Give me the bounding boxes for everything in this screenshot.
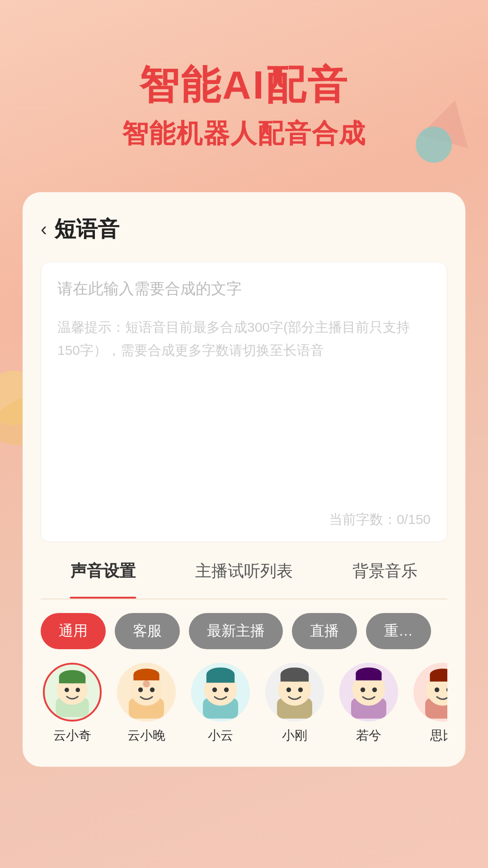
- svg-rect-16: [206, 675, 235, 683]
- svg-point-24: [298, 687, 303, 692]
- svg-point-29: [361, 687, 365, 692]
- tabs-row: 声音设置 主播试听列表 背景音乐: [41, 560, 447, 599]
- svg-rect-9: [133, 675, 159, 680]
- category-more[interactable]: 重…: [366, 613, 431, 649]
- svg-rect-3: [59, 677, 86, 684]
- svg-point-23: [286, 687, 291, 692]
- svg-point-4: [65, 688, 69, 692]
- svg-point-12: [150, 687, 155, 692]
- voice-name-xiaoyun: 小云: [208, 727, 233, 744]
- voice-yunxiaoqi[interactable]: 云小奇: [41, 663, 104, 744]
- tab-bg-music[interactable]: 背景音乐: [343, 560, 427, 590]
- voice-name-yunxiaowan: 云小晚: [127, 727, 165, 744]
- voice-name-xiaogang: 小刚: [282, 727, 307, 744]
- voice-avatar-xiaoyun: [191, 663, 250, 722]
- category-new-anchor[interactable]: 最新主播: [189, 613, 283, 649]
- voice-row: 云小奇 云小晚: [41, 663, 447, 749]
- voice-sibi[interactable]: 思比: [411, 663, 447, 744]
- main-title: 智能AI配音: [36, 63, 452, 107]
- sub-title: 智能机器人配音合成: [36, 116, 452, 151]
- background: 智能AI配音 智能机器人配音合成 ‹ 短语音 请在此输入需要合成的文字 温馨提示…: [0, 0, 488, 868]
- card-header: ‹ 短语音: [41, 215, 447, 244]
- deco-circle-teal: [416, 127, 452, 163]
- category-general[interactable]: 通用: [41, 613, 106, 649]
- tab-sound-settings[interactable]: 声音设置: [61, 560, 145, 590]
- svg-point-35: [435, 687, 439, 692]
- svg-rect-22: [281, 675, 309, 682]
- svg-point-5: [75, 688, 80, 692]
- category-customer-service[interactable]: 客服: [115, 613, 180, 649]
- tab-anchor-list[interactable]: 主播试听列表: [186, 560, 302, 590]
- card-title: 短语音: [54, 215, 119, 244]
- voice-name-sibi: 思比: [430, 727, 447, 744]
- svg-point-18: [224, 687, 229, 692]
- voice-xiaoyun[interactable]: 小云: [189, 663, 252, 744]
- back-button[interactable]: ‹: [41, 218, 47, 240]
- voice-name-ruoxi: 若兮: [356, 727, 381, 744]
- voice-ruoxi[interactable]: 若兮: [337, 663, 400, 744]
- svg-point-10: [143, 680, 150, 688]
- svg-point-30: [372, 687, 377, 692]
- hint-text: 温馨提示：短语音目前最多合成300字(部分主播目前只支持150字），需要合成更多…: [57, 320, 410, 358]
- voice-name-yunxiaoqi: 云小奇: [53, 727, 91, 744]
- voice-avatar-yunxiaowan: [117, 663, 176, 722]
- input-placeholder: 请在此输入需要合成的文字: [57, 278, 431, 299]
- svg-rect-28: [356, 673, 381, 680]
- voice-avatar-ruoxi: [339, 663, 398, 722]
- voice-avatar-sibi: [413, 663, 447, 722]
- voice-xiaogang[interactable]: 小刚: [263, 663, 326, 744]
- voice-avatar-xiaogang: [265, 663, 324, 722]
- category-live[interactable]: 直播: [292, 613, 357, 649]
- char-count: 当前字数：0/150: [329, 510, 431, 529]
- category-row: 通用 客服 最新主播 直播 重…: [41, 613, 447, 649]
- voice-yunxiaowan[interactable]: 云小晚: [115, 663, 178, 744]
- header-section: 智能AI配音 智能机器人配音合成: [0, 0, 488, 179]
- svg-point-11: [138, 687, 143, 692]
- text-input-area[interactable]: 请在此输入需要合成的文字 温馨提示：短语音目前最多合成300字(部分主播目前只支…: [41, 262, 447, 542]
- svg-point-17: [212, 687, 217, 692]
- svg-rect-34: [430, 675, 447, 682]
- main-card: ‹ 短语音 请在此输入需要合成的文字 温馨提示：短语音目前最多合成300字(部分…: [23, 192, 465, 767]
- voice-avatar-yunxiaoqi: [43, 663, 102, 722]
